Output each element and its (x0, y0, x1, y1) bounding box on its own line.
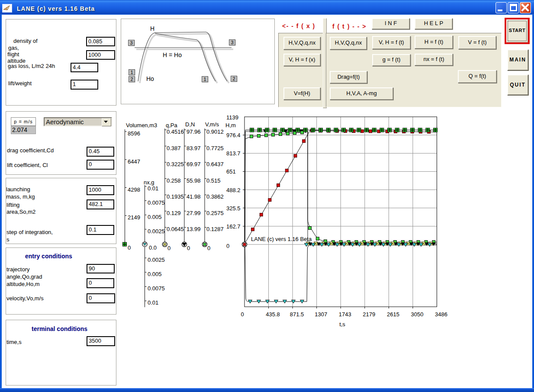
svg-text:0.387: 0.387 (167, 145, 181, 151)
svg-text:0.3225: 0.3225 (167, 161, 184, 167)
svg-text:813.7: 813.7 (226, 150, 241, 157)
svg-text:83.97: 83.97 (187, 145, 201, 151)
svg-text:3486: 3486 (435, 311, 447, 318)
svg-text:13.99: 13.99 (187, 226, 201, 232)
svg-text:0.005: 0.005 (148, 271, 162, 277)
svg-text:0: 0 (187, 245, 190, 251)
svg-text:871.5: 871.5 (290, 311, 304, 318)
svg-text:55.98: 55.98 (187, 177, 201, 184)
svg-text:t,s: t,s (339, 321, 345, 328)
svg-text:0.258: 0.258 (167, 177, 181, 184)
svg-text:435.8: 435.8 (266, 311, 280, 318)
svg-text:325.5: 325.5 (226, 205, 241, 212)
svg-text:488.2: 488.2 (226, 187, 241, 193)
svg-text:D,N: D,N (185, 121, 195, 128)
svg-text:0.2575: 0.2575 (206, 210, 224, 216)
svg-text:97.96: 97.96 (187, 129, 201, 135)
svg-text:0.005: 0.005 (148, 214, 162, 220)
svg-text:V,m/s: V,m/s (205, 121, 219, 128)
svg-text:69.97: 69.97 (187, 161, 201, 167)
svg-text:0: 0 (226, 243, 229, 249)
svg-text:q,Pa: q,Pa (166, 122, 178, 129)
svg-text:1139: 1139 (226, 114, 238, 121)
svg-text:27.99: 27.99 (187, 210, 201, 216)
svg-text:0.3862: 0.3862 (206, 193, 224, 200)
svg-text:4298: 4298 (128, 186, 140, 193)
svg-text:LANE (c) vers 1.16 Beta: LANE (c) vers 1.16 Beta (251, 236, 312, 242)
svg-text:0: 0 (167, 245, 170, 251)
svg-text:0.0075: 0.0075 (148, 285, 165, 292)
svg-text:0.0645: 0.0645 (167, 226, 184, 232)
svg-text:651: 651 (226, 168, 236, 175)
svg-text:0.515: 0.515 (206, 177, 221, 184)
svg-text:6447: 6447 (128, 158, 140, 165)
svg-text:0.0075: 0.0075 (148, 199, 165, 206)
svg-text:0: 0 (241, 311, 244, 318)
svg-text:0.6437: 0.6437 (206, 161, 224, 167)
svg-text:0.01: 0.01 (148, 185, 158, 192)
svg-text:H,m: H,m (225, 122, 236, 129)
svg-text:0.0025: 0.0025 (148, 228, 165, 235)
svg-text:0.0025: 0.0025 (148, 257, 165, 263)
svg-text:41.98: 41.98 (187, 193, 201, 200)
svg-text:976.4: 976.4 (226, 132, 241, 138)
svg-text:1307: 1307 (315, 311, 327, 318)
svg-text:Volumen,m3: Volumen,m3 (126, 122, 157, 129)
svg-text:3050: 3050 (411, 311, 423, 318)
svg-text:0: 0 (128, 244, 131, 251)
svg-text:0: 0 (207, 245, 210, 251)
svg-text:0.4516: 0.4516 (167, 129, 184, 135)
svg-text:8596: 8596 (128, 130, 140, 137)
svg-text:0.0: 0.0 (149, 244, 157, 251)
svg-text:0.1935: 0.1935 (167, 193, 184, 200)
svg-text:2149: 2149 (128, 214, 140, 221)
svg-text:0.01: 0.01 (148, 299, 158, 306)
svg-text:162.7: 162.7 (226, 223, 241, 230)
svg-text:0.129: 0.129 (167, 210, 181, 216)
svg-text:0.9012: 0.9012 (206, 129, 224, 135)
svg-text:0.7725: 0.7725 (206, 145, 224, 151)
svg-text:2615: 2615 (387, 311, 399, 318)
svg-text:0.1287: 0.1287 (206, 226, 224, 232)
svg-text:1743: 1743 (339, 311, 351, 318)
svg-text:2179: 2179 (363, 311, 375, 318)
